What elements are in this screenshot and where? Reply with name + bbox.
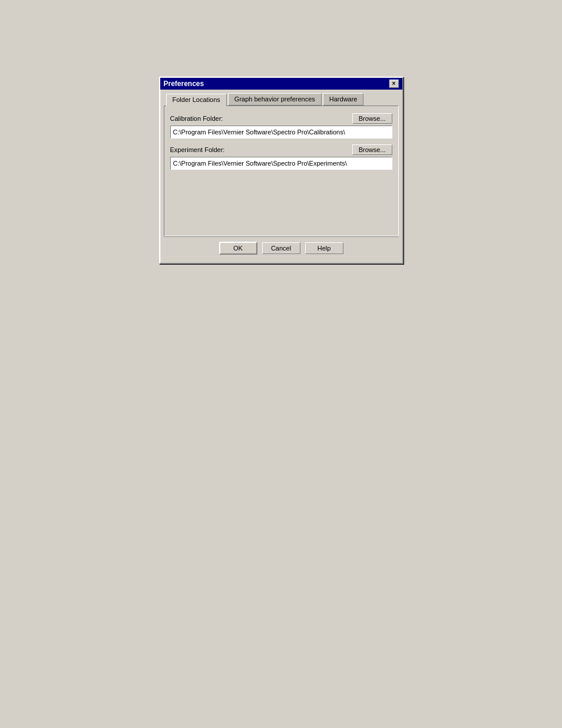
tab-content-panel: Calibration Folder: Browse... Experiment… [164,106,399,236]
title-bar: Preferences × [160,78,402,90]
tab-graph-behavior[interactable]: Graph behavior preferences [228,93,322,106]
cancel-button[interactable]: Cancel [262,242,300,254]
button-bar: OK Cancel Help [164,236,399,259]
experiment-folder-label: Experiment Folder: [170,146,225,153]
calibration-folder-input[interactable] [170,126,392,139]
help-button[interactable]: Help [305,242,343,254]
title-bar-text: Preferences [164,80,204,88]
tab-folder-locations-label: Folder Locations [173,96,220,103]
calibration-folder-label: Calibration Folder: [170,115,223,122]
close-icon: × [392,81,396,87]
calibration-browse-button[interactable]: Browse... [352,113,392,124]
tab-hardware[interactable]: Hardware [323,93,364,106]
spacer [170,176,392,229]
experiment-browse-button[interactable]: Browse... [352,144,392,155]
dialog-title: Preferences [164,80,204,88]
experiment-field-header: Experiment Folder: Browse... [170,144,392,155]
ok-button[interactable]: OK [219,242,257,255]
preferences-dialog: Preferences × Folder Locations Graph beh… [159,77,404,264]
tab-folder-locations[interactable]: Folder Locations [166,94,227,106]
experiment-folder-input[interactable] [170,157,392,170]
tab-strip: Folder Locations Graph behavior preferen… [164,93,399,106]
tab-hardware-label: Hardware [329,95,358,103]
experiment-folder-row: Experiment Folder: Browse... [170,144,392,170]
close-button[interactable]: × [389,80,399,88]
tab-graph-behavior-label: Graph behavior preferences [234,95,315,103]
dialog-body: Folder Locations Graph behavior preferen… [160,90,402,263]
calibration-folder-row: Calibration Folder: Browse... [170,113,392,139]
calibration-field-header: Calibration Folder: Browse... [170,113,392,124]
